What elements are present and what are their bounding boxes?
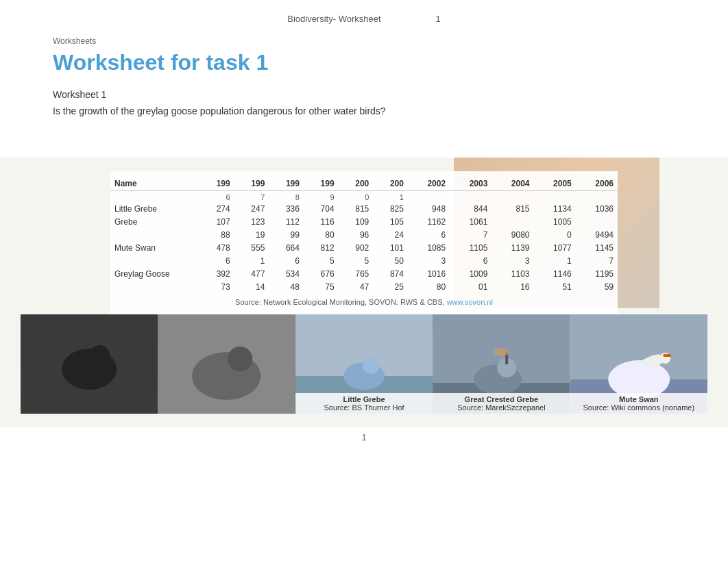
- species-name: Grebe: [110, 216, 199, 229]
- sub-name: [110, 191, 199, 203]
- species-name: Little Grebe: [110, 203, 199, 216]
- page-title: Worksheet for task 1: [0, 47, 728, 86]
- table-row: Little Grebe 274247 336704 815825 948844…: [110, 203, 618, 216]
- table-row: 8819 9980 9624 67 90800 9494: [110, 229, 618, 242]
- col-2000b: 200: [373, 177, 408, 191]
- table-row: 61 65 550 36 31 7: [110, 255, 618, 268]
- sub-9: 9: [304, 191, 339, 203]
- svg-point-9: [363, 358, 379, 374]
- col-1998: 199: [269, 177, 304, 191]
- sub-empty4: [534, 191, 576, 203]
- table-row: Grebe 107123 112116 109105 11621061 1005: [110, 216, 618, 229]
- worksheet-question: Is the growth of the greylag goose popul…: [0, 103, 728, 158]
- image-label: Mute Swan: [619, 395, 658, 403]
- page-header: Biodiversity- Worksheet 1: [0, 0, 728, 31]
- header-title: Biodiversity- Worksheet: [287, 14, 380, 24]
- worksheet-label: Worksheet 1: [0, 86, 728, 103]
- table-subheader-row: 6 7 8 9 0 1: [110, 191, 618, 203]
- sub-empty1: [408, 191, 450, 203]
- svg-point-2: [89, 345, 110, 366]
- col-1999: 199: [304, 177, 339, 191]
- col-2006: 2006: [576, 177, 618, 191]
- source-text: Source: Network Ecological Monitoring, S…: [235, 298, 444, 306]
- col-1997: 199: [234, 177, 269, 191]
- sub-empty5: [576, 191, 618, 203]
- image-label: Little Grebe: [343, 395, 385, 403]
- sub-0: 0: [339, 191, 374, 203]
- source-line: Source: Network Ecological Monitoring, S…: [110, 294, 618, 309]
- sub-empty2: [450, 191, 492, 203]
- population-table: Name 199 199 199 199 200 200 2002 2003 2…: [110, 177, 618, 294]
- sub-empty3: [492, 191, 533, 203]
- species-name: Greylag Goose: [110, 268, 199, 281]
- breadcrumb: Worksheets: [0, 31, 728, 47]
- col-2000a: 200: [339, 177, 374, 191]
- svg-point-15: [493, 348, 509, 356]
- sub-8: 8: [269, 191, 304, 203]
- image-source: Source: MarekSzczepanel: [457, 403, 545, 412]
- species-name: [110, 229, 199, 242]
- data-table-section: Name 199 199 199 199 200 200 2002 2003 2…: [110, 171, 618, 314]
- sub-6: 6: [199, 191, 234, 203]
- image-caption-great-crested-grebe: Great Crested Grebe Source: MarekSzczepa…: [433, 393, 570, 414]
- images-row: Little Grebe Source: BS Thurner Hof Grea…: [21, 314, 707, 414]
- col-2004: 2004: [492, 177, 533, 191]
- image-caption-little-grebe: Little Grebe Source: BS Thurner Hof: [295, 393, 433, 414]
- image-label: Great Crested Grebe: [465, 395, 539, 403]
- image-mute-swan: Mute Swan Source: Wiki commons (noname): [570, 314, 707, 414]
- col-1996: 199: [199, 177, 234, 191]
- col-name: Name: [110, 177, 199, 191]
- col-2003: 2003: [450, 177, 492, 191]
- source-url[interactable]: www.sovon.nl: [447, 298, 493, 306]
- content-area: Name 199 199 199 199 200 200 2002 2003 2…: [0, 158, 728, 427]
- table-header-row: Name 199 199 199 199 200 200 2002 2003 2…: [110, 177, 618, 191]
- bottom-page-number: 1: [0, 427, 728, 448]
- image-little-grebe: Little Grebe Source: BS Thurner Hof: [295, 314, 433, 414]
- svg-point-5: [228, 347, 253, 371]
- sub-1: 1: [373, 191, 408, 203]
- image-mid-bird: [158, 314, 295, 414]
- sub-7: 7: [234, 191, 269, 203]
- image-great-crested-grebe: Great Crested Grebe Source: MarekSzczepa…: [433, 314, 570, 414]
- col-2005: 2005: [534, 177, 576, 191]
- species-name: Mute Swan: [110, 242, 199, 255]
- image-dark-bird: [21, 314, 158, 414]
- table-row: Greylag Goose 392477 534676 765874 10161…: [110, 268, 618, 281]
- species-name: [110, 281, 199, 294]
- image-source: Source: BS Thurner Hof: [324, 403, 404, 412]
- species-name: [110, 255, 199, 268]
- table-row: 7314 4875 4725 8001 1651 59: [110, 281, 618, 294]
- table-row: Mute Swan 478555 664812 902101 10851105 …: [110, 242, 618, 255]
- image-source: Source: Wiki commons (noname): [583, 403, 695, 412]
- header-page-number: 1: [436, 14, 441, 24]
- svg-rect-20: [663, 354, 671, 357]
- image-caption-mute-swan: Mute Swan Source: Wiki commons (noname): [570, 393, 707, 414]
- col-2002: 2002: [408, 177, 450, 191]
